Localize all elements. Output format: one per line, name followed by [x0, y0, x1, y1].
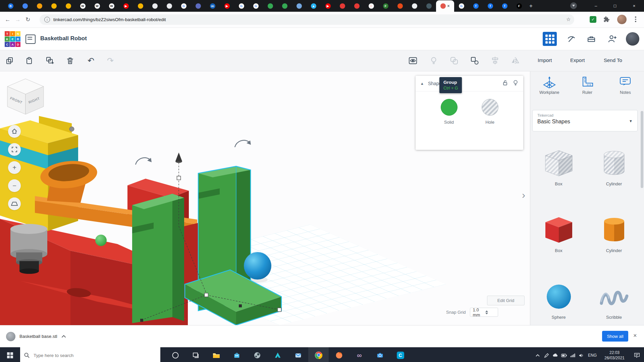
undo-icon[interactable]: ↶: [87, 56, 95, 65]
shape-scribble[interactable]: Scribble: [599, 283, 630, 320]
panel-collapse-icon[interactable]: ▲: [420, 81, 424, 85]
tray-network-icon[interactable]: [568, 347, 577, 362]
chrome-icon[interactable]: [308, 347, 329, 362]
notes-tool[interactable]: Notes: [619, 76, 632, 95]
solid-swatch-icon[interactable]: [441, 99, 458, 116]
download-bar-close-icon[interactable]: ×: [633, 332, 637, 339]
browser-tab[interactable]: [133, 0, 148, 12]
tray-pen-icon[interactable]: [542, 347, 551, 362]
browser-tab[interactable]: F: [512, 0, 526, 12]
browser-menu-icon[interactable]: [635, 16, 636, 22]
redo-icon[interactable]: ↷: [106, 56, 115, 65]
design-menu-icon[interactable]: [25, 35, 36, 44]
tray-battery-icon[interactable]: [559, 347, 568, 362]
rotate-handle[interactable]: [136, 158, 152, 165]
browser-tab[interactable]: [18, 0, 32, 12]
invite-user-icon[interactable]: [608, 35, 617, 45]
browser-tab[interactable]: [263, 0, 277, 12]
home-view-button[interactable]: [8, 125, 21, 138]
mail-icon[interactable]: [288, 347, 308, 362]
import-button[interactable]: Import: [538, 57, 552, 63]
browser-tab[interactable]: f: [469, 0, 483, 12]
browser-tab[interactable]: [32, 0, 47, 12]
browser-tab[interactable]: ▶: [119, 0, 133, 12]
dashboard-grid-button[interactable]: [543, 32, 557, 46]
adblock-extension-icon[interactable]: ✓: [590, 16, 596, 23]
media-controls-icon[interactable]: [570, 2, 577, 9]
infinity-app-icon[interactable]: ∞: [349, 347, 370, 362]
browser-tab[interactable]: G: [234, 0, 249, 12]
browser-tab[interactable]: [47, 0, 61, 12]
camera-app-icon[interactable]: [370, 347, 390, 362]
green-tower-1[interactable]: [132, 194, 184, 323]
tinkercad-logo[interactable]: T I N K E R C A D: [5, 31, 20, 47]
shape-cylinder-hole[interactable]: Cylinder: [599, 149, 630, 186]
sidebar-collapse-chevron-icon[interactable]: ›: [522, 189, 525, 201]
predator-game-icon[interactable]: [267, 347, 288, 362]
workplane-tool[interactable]: Workplane: [539, 76, 559, 95]
steam-icon[interactable]: [247, 347, 267, 362]
paste-icon[interactable]: [25, 56, 34, 65]
reload-button[interactable]: ↻: [23, 15, 33, 25]
bulb-icon[interactable]: [513, 79, 519, 87]
browser-tab[interactable]: 3D: [205, 0, 220, 12]
toolbox-icon[interactable]: [587, 35, 596, 45]
tab-close-icon[interactable]: ×: [447, 4, 449, 8]
browser-tab-active[interactable]: ×: [436, 0, 454, 12]
browser-tab[interactable]: W: [75, 0, 90, 12]
browser-tab[interactable]: G: [249, 0, 263, 12]
browser-tab[interactable]: ▲: [306, 0, 321, 12]
browser-tab[interactable]: [162, 0, 176, 12]
browser-tab[interactable]: [292, 0, 306, 12]
taskbar-clock[interactable]: 22:03 26/03/2021: [599, 350, 630, 361]
download-expand-icon[interactable]: [61, 334, 66, 340]
shape-box-hole[interactable]: Box: [543, 149, 574, 186]
rotate-handle[interactable]: [235, 140, 251, 147]
duplicate-icon[interactable]: [46, 56, 54, 65]
download-item[interactable]: Basketball base.stl: [6, 332, 66, 341]
snap-grid-select[interactable]: 1.0 mm: [470, 308, 498, 317]
ungroup-icon[interactable]: [470, 56, 479, 65]
browser-tab[interactable]: G: [454, 0, 469, 12]
ruler-tool[interactable]: Ruler: [581, 76, 594, 95]
align-icon[interactable]: [491, 56, 499, 65]
sidebar-scrollbar[interactable]: [641, 111, 643, 188]
browser-tab[interactable]: [61, 0, 75, 12]
browser-tab[interactable]: [277, 0, 292, 12]
snap-stepper-icons[interactable]: [485, 310, 495, 314]
zoom-in-button[interactable]: +: [8, 161, 21, 174]
show-all-downloads-button[interactable]: Show all: [602, 331, 628, 342]
tray-volume-icon[interactable]: [577, 347, 586, 362]
address-bar[interactable]: i tinkercad.com/things/bzZ2siwsOfm-baske…: [40, 14, 574, 25]
shape-cylinder[interactable]: Cylinder: [599, 216, 630, 253]
perspective-toggle-button[interactable]: [8, 197, 21, 210]
browser-tab[interactable]: [148, 0, 162, 12]
copy-icon[interactable]: [5, 56, 14, 65]
group-icon[interactable]: [450, 56, 459, 65]
zoom-out-button[interactable]: −: [8, 179, 21, 192]
task-view-icon[interactable]: [185, 347, 206, 362]
extensions-puzzle-icon[interactable]: [603, 16, 610, 24]
back-button[interactable]: ←: [3, 15, 13, 25]
send-to-button[interactable]: Send To: [604, 57, 622, 63]
browser-tab[interactable]: B: [3, 0, 18, 12]
hole-option[interactable]: Hole: [482, 99, 498, 125]
shape-library-dropdown[interactable]: Tinkercad Basic Shapes ▼: [532, 110, 638, 131]
firefox-icon[interactable]: [329, 347, 349, 362]
browser-profile-avatar[interactable]: [617, 15, 627, 24]
browser-tab[interactable]: ○: [364, 0, 378, 12]
browser-tab[interactable]: [393, 0, 407, 12]
user-avatar[interactable]: [626, 32, 639, 46]
window-minimize-button[interactable]: –: [586, 0, 605, 12]
green-sphere[interactable]: [95, 235, 107, 246]
forward-button[interactable]: →: [13, 15, 23, 25]
show-all-icon[interactable]: [429, 56, 438, 65]
browser-tab[interactable]: G: [176, 0, 191, 12]
file-explorer-icon[interactable]: [206, 347, 226, 362]
browser-tab[interactable]: W: [104, 0, 119, 12]
browser-tab[interactable]: [350, 0, 364, 12]
action-center-icon[interactable]: [630, 347, 644, 362]
raise-handle-cone[interactable]: [175, 153, 182, 163]
browser-tab[interactable]: ▶: [321, 0, 335, 12]
browser-tab[interactable]: [407, 0, 422, 12]
